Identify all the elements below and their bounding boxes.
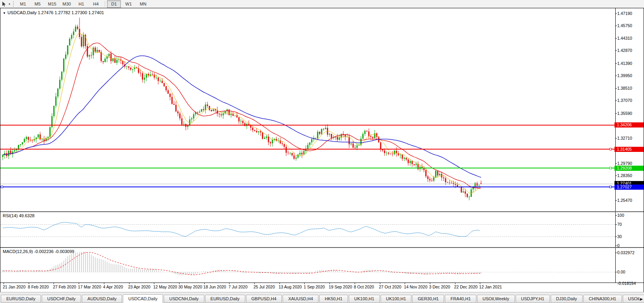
date-axis-label: 21 Jan 2020: [3, 285, 26, 289]
macd-axis-label: 0.032972: [617, 250, 635, 255]
price-axis-label: 1.39950: [617, 73, 632, 78]
timeframe-button-m1[interactable]: M1: [16, 0, 30, 8]
chart-tab-fra40-h1[interactable]: FRA40,H1: [445, 295, 476, 303]
chart-tab-gbpusd-h4[interactable]: GBPUSD,H4: [246, 295, 282, 303]
mt4-window: ▾ M1M5M15M30H1H4D1W1MN ▼USDCAD,Daily 1.2…: [0, 0, 644, 303]
price-axis-tickmark: [615, 50, 617, 51]
date-axis-label: 17 Mar 2020: [78, 285, 101, 289]
tabs-scroll-right-icon[interactable]: ▶: [640, 297, 643, 301]
price-axis-label: 1.28350: [617, 173, 632, 178]
date-axis-label: 19 Sep 2020: [329, 285, 352, 289]
pane-separator-macd[interactable]: [0, 247, 644, 248]
price-axis-label: 1.37070: [617, 98, 632, 103]
price-tag-1.29208: 1.29208: [614, 166, 644, 171]
line-handle-right[interactable]: [609, 186, 612, 188]
resistance-line-1.31405[interactable]: [0, 149, 615, 150]
chart-canvas[interactable]: [0, 8, 615, 283]
date-axis-tickmark: [4, 283, 4, 284]
date-axis-tickmark: [154, 283, 154, 284]
date-axis-label: 13 Aug 2020: [279, 285, 302, 289]
macd-axis-tickmark: [615, 272, 617, 272]
chart-tab-dj30-daily[interactable]: DJ30,Daily: [551, 295, 583, 303]
chart-tabs-bar: ▶ EURUSD,DailyUSDCHF,DailyAUDUSD,DailyUS…: [0, 292, 644, 303]
chart-tab-usoil-weekly[interactable]: USOil,Weekly: [477, 295, 515, 303]
chart-title: ▼USDCAD,Daily 1.27476 1.27782 1.27300 1.…: [3, 10, 104, 15]
symbol-collapse-icon[interactable]: ▼: [3, 11, 6, 15]
date-axis-tickmark: [430, 283, 430, 284]
date-axis-label: 14 Nov 2020: [404, 285, 427, 289]
line-handle-left[interactable]: [1, 186, 3, 188]
timeframe-button-h4[interactable]: H4: [89, 0, 103, 8]
price-axis-tickmark: [615, 76, 617, 76]
date-axis-label: 8 Feb 2020: [28, 285, 49, 289]
price-axis-tickmark: [615, 38, 617, 39]
date-axis-label: 4 Apr 2020: [103, 285, 123, 289]
date-axis-label: 23 Apr 2020: [128, 285, 151, 289]
chart-tab-uk100-h1[interactable]: UK100,H1: [381, 295, 412, 303]
chart-tab-usdchf-daily[interactable]: USDCHF,Daily: [42, 295, 81, 303]
date-axis-label: 27 Feb 2020: [53, 285, 76, 289]
macd-pane[interactable]: [3, 251, 481, 275]
chart-tab-usdjpy-h1[interactable]: USDJPY,H1: [516, 295, 550, 303]
chart-tab-xauusd-h4[interactable]: XAUUSD,H4: [283, 295, 318, 303]
pane-separator-rsi[interactable]: [0, 211, 644, 212]
timeframe-button-m30[interactable]: M30: [60, 0, 74, 8]
date-axis-label: 12 May 2020: [153, 285, 177, 289]
date-axis-tickmark: [405, 283, 405, 284]
price-axis-label: 1.35590: [617, 111, 632, 116]
support-line-1.27027[interactable]: [0, 187, 615, 187]
price-axis-border: [615, 8, 616, 283]
timeframe-button-mn[interactable]: MN: [136, 0, 150, 8]
date-axis-label: 3 Dec 2020: [429, 285, 450, 289]
cursor-tool-icon[interactable]: [0, 1, 7, 7]
date-axis-label: 12 Jan 2021: [479, 285, 502, 289]
date-axis-tickmark: [54, 283, 54, 284]
price-axis-tickmark: [615, 100, 617, 101]
support-line-1.29208[interactable]: [0, 168, 615, 168]
date-axis-tickmark: [104, 283, 104, 284]
price-axis-label: 1.45750: [617, 23, 632, 28]
rsi-pane[interactable]: [3, 222, 480, 236]
rsi-label: RSI(14) 49.6328: [3, 213, 35, 218]
macd-axis-tickmark: [615, 253, 617, 253]
date-axis-tickmark: [229, 283, 229, 284]
price-axis-tickmark: [615, 88, 617, 89]
time-axis-border: [0, 283, 644, 283]
price-tag-1.27027: 1.27027: [614, 185, 644, 190]
price-axis-tickmark: [615, 13, 617, 14]
chart-tab-usdcnh-daily[interactable]: USDCNH,Daily: [164, 295, 204, 303]
price-axis-tickmark: [615, 26, 617, 26]
timeframe-button-m5[interactable]: M5: [31, 0, 44, 8]
rsi-axis-label: 30: [617, 234, 622, 239]
toolbar-separator: [105, 1, 105, 7]
line-handle-right[interactable]: [609, 167, 612, 169]
dropdown-caret-icon[interactable]: ▾: [7, 2, 12, 6]
date-axis-tickmark: [455, 283, 455, 284]
rsi-axis-tickmark: [615, 224, 617, 225]
timeframe-button-w1[interactable]: W1: [122, 0, 135, 8]
date-axis-tickmark: [204, 283, 205, 284]
date-axis-tickmark: [355, 283, 355, 284]
chart-window[interactable]: ▼USDCAD,Daily 1.27476 1.27782 1.27300 1.…: [0, 8, 644, 293]
chart-tab-eurusd-daily[interactable]: EURUSD,Daily: [1, 295, 41, 303]
chart-tab-usdcad-daily[interactable]: USDCAD,Daily: [123, 294, 163, 303]
chart-tab-eurusd-daily[interactable]: EURUSD,Daily: [205, 295, 245, 303]
timeframe-toolbar: ▾ M1M5M15M30H1H4D1W1MN: [0, 0, 644, 8]
timeframe-button-m15[interactable]: M15: [45, 0, 59, 8]
chart-tab-china300-h1[interactable]: CHINA300,H1: [583, 295, 622, 303]
price-pane[interactable]: [2, 18, 482, 200]
timeframe-button-d1[interactable]: D1: [107, 0, 121, 8]
date-axis-label: 7 Jul 2020: [228, 285, 247, 289]
macd-label: MACD(12,26,9) -0.002236 -0.003099: [3, 249, 74, 254]
rsi-axis-tickmark: [615, 246, 617, 246]
resistance-line-1.34206[interactable]: [0, 125, 615, 126]
price-axis-tickmark: [615, 63, 617, 64]
date-axis-label: 30 May 2020: [178, 285, 202, 289]
chart-tab-uk100-h1[interactable]: UK100,H1: [349, 295, 380, 303]
timeframe-button-h1[interactable]: H1: [74, 0, 88, 8]
chart-tab-hk50-h1[interactable]: HK50,H1: [319, 295, 348, 303]
chart-tab-ger30-h1[interactable]: GER30,H1: [412, 295, 444, 303]
chart-tab-audusd-daily[interactable]: AUDUSD,Daily: [82, 295, 122, 303]
line-handle-right[interactable]: [609, 148, 612, 150]
date-axis-tickmark: [254, 283, 255, 284]
